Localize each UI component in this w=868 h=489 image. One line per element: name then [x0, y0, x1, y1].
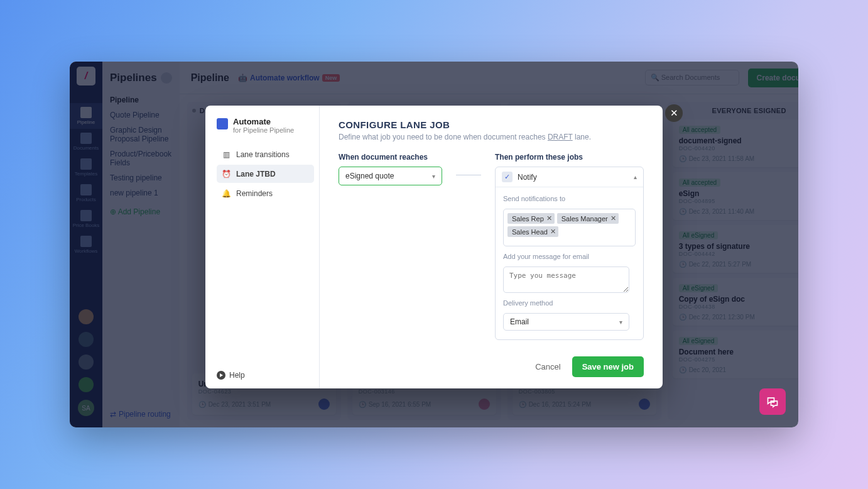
save-new-job-button[interactable]: Save new job — [572, 356, 644, 377]
nav-lane-jtbd[interactable]: ⏰Lane JTBD — [217, 165, 314, 183]
modal-side-title: Automate — [233, 117, 294, 126]
chevron-down-icon: ▾ — [432, 173, 435, 180]
modal-body: CONFIGURE LANE JOB Define what job you n… — [320, 106, 663, 388]
configure-lane-job-modal: ✕ Automate for Pipeline Pipeline ▥Lane t… — [205, 106, 663, 388]
check-icon: ✓ — [502, 172, 513, 182]
close-icon[interactable]: ✕ — [665, 104, 683, 122]
job-box: ✓ Notify ▴ Send notifications to Sales R… — [495, 167, 644, 340]
message-textarea[interactable] — [503, 266, 629, 293]
app-window: / Pipeline Documents Templates Products … — [70, 62, 798, 427]
remove-chip-icon[interactable]: ✕ — [546, 214, 552, 223]
remove-chip-icon[interactable]: ✕ — [610, 214, 616, 223]
notify-to-label: Send notifications to — [503, 195, 636, 202]
help-link[interactable]: Help — [217, 371, 314, 380]
job-header[interactable]: ✓ Notify ▴ — [496, 167, 643, 187]
play-icon — [217, 371, 225, 380]
chevron-down-icon: ▾ — [619, 319, 622, 326]
delivery-select[interactable]: Email▾ — [503, 313, 629, 331]
remove-chip-icon[interactable]: ✕ — [550, 228, 556, 236]
columns-icon: ▥ — [222, 150, 231, 159]
chip-sales-head: Sales Head✕ — [507, 226, 558, 237]
then-perform-label: Then perform these jobs — [495, 153, 644, 162]
modal-description: Define what job you need to be done when… — [339, 133, 644, 141]
modal-sidebar: Automate for Pipeline Pipeline ▥Lane tra… — [205, 106, 320, 388]
modal-title: CONFIGURE LANE JOB — [339, 119, 644, 130]
when-reaches-label: When document reaches — [339, 153, 442, 162]
chip-sales-rep: Sales Rep✕ — [507, 213, 555, 224]
nav-reminders[interactable]: 🔔Reminders — [217, 184, 314, 202]
lane-select[interactable]: eSigned quote▾ — [339, 167, 442, 185]
alarm-icon: ⏰ — [222, 169, 231, 179]
delivery-label: Delivery method — [503, 299, 636, 307]
chevron-up-icon: ▴ — [634, 173, 637, 180]
modal-wrap: ✕ Automate for Pipeline Pipeline ▥Lane t… — [70, 62, 798, 427]
recipients-input[interactable]: Sales Rep✕ Sales Manager✕ Sales Head✕ — [503, 209, 636, 246]
cancel-button[interactable]: Cancel — [535, 362, 560, 371]
draft-link[interactable]: DRAFT — [548, 133, 573, 141]
robot-icon — [217, 118, 228, 129]
chip-sales-manager: Sales Manager✕ — [557, 213, 619, 224]
chat-fab[interactable] — [759, 388, 786, 415]
connector-line — [456, 175, 481, 175]
chat-icon — [766, 395, 779, 408]
bell-icon: 🔔 — [222, 189, 231, 198]
nav-lane-transitions[interactable]: ▥Lane transitions — [217, 145, 314, 163]
modal-side-subtitle: for Pipeline Pipeline — [233, 126, 294, 134]
message-label: Add your message for email — [503, 253, 636, 260]
